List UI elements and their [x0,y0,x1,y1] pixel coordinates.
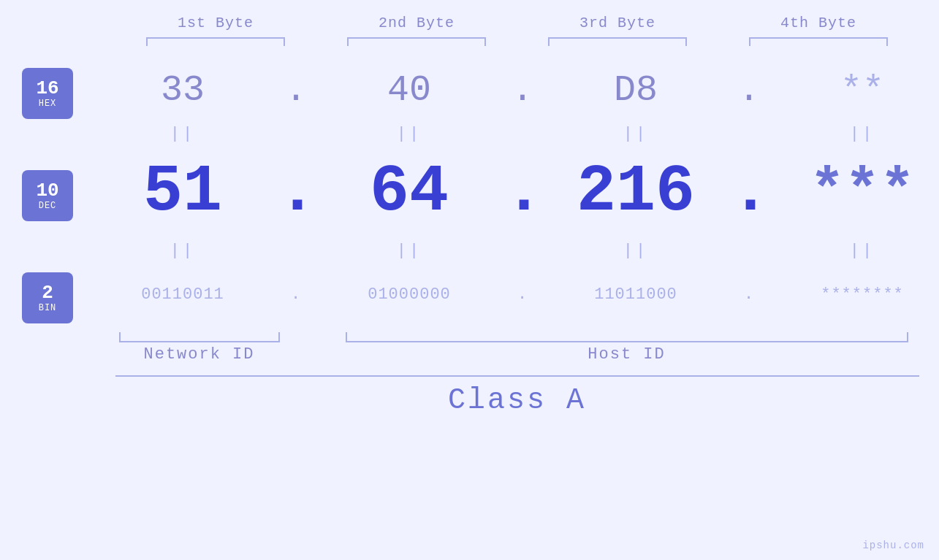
bracket-bottom-host [346,332,908,342]
dec-badge: 10 DEC [22,170,73,221]
hex-spacer: 16 HEX [22,68,73,126]
bottom-labels-row: Network ID Host ID [119,345,923,364]
dec-spacer: 10 DEC [22,156,73,243]
dec-b3-value: 216 [577,159,695,225]
hex-badge-num: 16 [36,78,58,99]
equals-5: || [102,242,263,260]
bin-row: 00110011 . 01000000 . 11011000 . [73,265,939,323]
hex-dot3: . [731,69,767,111]
dec-b4-masked: *** [810,163,915,221]
dec-b1-segment: 51 [88,159,278,225]
bottom-brackets-row [119,332,923,342]
dec-badge-label: DEC [39,201,57,211]
sep2-spacer [22,243,73,272]
sep-row-1: || || || || [73,119,939,148]
bin-b3-segment: 11011000 [541,285,731,304]
dec-badge-num: 10 [36,180,58,202]
hex-row: 33 . 40 . D8 . ** [73,61,939,119]
hex-b4-segment: ** [767,69,939,111]
bin-b2-value: 01000000 [368,285,451,304]
bracket-top-1 [146,37,285,46]
hex-b1-segment: 33 [88,69,278,111]
sep1-b2: || [314,125,504,143]
sep-row-2: || || || || [73,236,939,265]
sep2-b1: || [88,242,278,260]
bracket-bottom-network [119,332,280,342]
hex-badge: 16 HEX [22,68,73,119]
hex-b2-segment: 40 [314,69,504,111]
dec-row: 51 . 64 . 216 . *** [73,148,939,236]
sep1-b3: || [541,125,731,143]
bin-b1-value: 00110011 [141,285,224,304]
bin-b4-segment: ******** [767,285,939,304]
hex-b2-value: 40 [387,69,431,111]
hex-dot1: . [278,69,314,111]
dec-b4-segment: *** [767,163,939,221]
bin-badge-label: BIN [39,303,57,313]
bin-b1-segment: 00110011 [88,285,278,304]
dec-b2-segment: 64 [314,159,504,225]
bin-spacer: 2 BIN [22,272,73,331]
equals-2: || [329,125,490,143]
sep2-b4: || [767,242,939,260]
host-id-label: Host ID [346,345,908,364]
sep2-b2: || [314,242,504,260]
labels-gap [280,345,316,364]
watermark: ipshu.com [862,540,924,551]
full-bottom-line [115,375,919,377]
bracket-top-3 [548,37,687,46]
class-label: Class A [448,384,586,417]
sep2-b3: || [541,242,731,260]
equals-7: || [555,242,716,260]
bin-badge-num: 2 [42,283,53,304]
bracket-top-4 [749,37,888,46]
bin-b4-masked: ******** [821,285,904,304]
badges-column: 16 HEX 10 DEC 2 BIN [0,61,73,331]
sep1-spacer [22,126,73,156]
bin-dot3: . [731,285,767,304]
hex-badge-label: HEX [39,99,57,109]
dec-dot1: . [278,159,314,225]
byte2-header: 2nd Byte [336,15,497,31]
bin-badge: 2 BIN [22,272,73,323]
equals-8: || [782,242,939,260]
sep1-b1: || [88,125,278,143]
byte1-header: 1st Byte [135,15,296,31]
class-label-row: Class A [115,384,919,417]
dec-b3-segment: 216 [541,159,731,225]
byte-headers-row: 1st Byte 2nd Byte 3rd Byte 4th Byte [115,15,919,31]
ip-values: 33 . 40 . D8 . ** [73,61,939,331]
bin-dot1: . [278,285,314,304]
hex-b3-value: D8 [614,69,658,111]
equals-4: || [782,125,939,143]
bracket-top-2 [347,37,486,46]
network-id-label: Network ID [119,345,280,364]
dec-b2-value: 64 [370,159,449,225]
hex-b4-masked: ** [840,69,884,111]
byte4-header: 4th Byte [738,15,899,31]
byte3-header: 3rd Byte [537,15,698,31]
sep1-b4: || [767,125,939,143]
main-container: 1st Byte 2nd Byte 3rd Byte 4th Byte 16 H… [0,0,939,560]
rows-wrapper: 16 HEX 10 DEC 2 BIN [0,61,939,331]
bracket-gap [280,332,316,342]
equals-6: || [329,242,490,260]
top-brackets [115,37,919,46]
dec-dot2: . [504,159,541,225]
bin-b3-value: 11011000 [594,285,677,304]
bin-dot2: . [504,285,541,304]
bin-b2-segment: 01000000 [314,285,504,304]
equals-3: || [555,125,716,143]
hex-b3-segment: D8 [541,69,731,111]
equals-1: || [102,125,263,143]
dec-b1-value: 51 [143,159,222,225]
hex-dot2: . [504,69,541,111]
dec-dot3: . [731,159,767,225]
hex-b1-value: 33 [161,69,205,111]
